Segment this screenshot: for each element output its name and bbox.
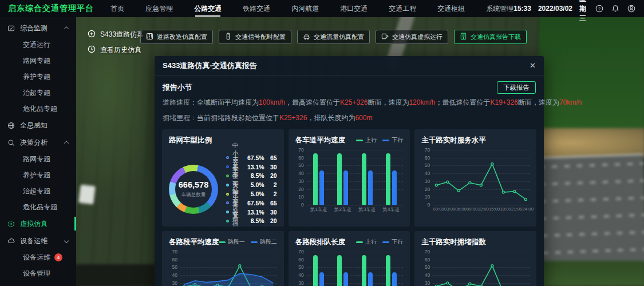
- legend-row[interactable]: 其他8.5%20: [226, 217, 277, 226]
- toolbar-button-1[interactable]: 交通信号配时配置: [219, 30, 291, 44]
- sidebar-item-11[interactable]: 危化品专题: [0, 199, 76, 215]
- nav-item-6[interactable]: 交通工程: [389, 0, 416, 17]
- dashboard-icon: [7, 24, 15, 33]
- legend-label: 路段一: [228, 238, 245, 246]
- sidebar-item-13[interactable]: 设备运维: [0, 232, 76, 249]
- close-icon[interactable]: ✕: [530, 61, 536, 70]
- toolbar-button-0[interactable]: 道路改造仿真配置: [140, 30, 213, 44]
- legend-marker: [251, 241, 258, 243]
- download-report-button[interactable]: 下载报告: [497, 81, 536, 94]
- bar-cluster: [379, 252, 403, 286]
- chart-panel-line: 主干路实时服务水平01020304050607000:0003:0006:000…: [414, 129, 536, 227]
- sidebar-item-4[interactable]: 治超专题: [0, 85, 76, 101]
- legend-label: 路段二: [260, 238, 277, 246]
- sidebar-item-7[interactable]: 决策分析: [0, 134, 76, 151]
- legend-label: 上行: [365, 238, 377, 246]
- nav-item-0[interactable]: 首页: [110, 0, 124, 17]
- sidebar-item-12[interactable]: 虚拟仿真: [0, 215, 76, 232]
- chevron-up-icon: [64, 26, 69, 31]
- map-overlay-button-0[interactable]: S433道路仿真: [88, 30, 144, 39]
- sidebar-item-label: 全息感知: [20, 121, 48, 130]
- sidebar-item-2[interactable]: 路网专题: [0, 53, 76, 69]
- y-axis-tick: 10: [298, 194, 303, 200]
- legend-percent: 5.0%: [244, 181, 264, 188]
- toolbar-button-label: 交通流量仿真配置: [314, 33, 364, 41]
- sidebar-item-1[interactable]: 交通运行: [0, 37, 76, 53]
- virtual-run-icon: [381, 33, 389, 41]
- y-axis-tick: 50: [425, 264, 430, 270]
- bar-chart-plot: 010203040506070: [307, 150, 404, 205]
- sidebar-item-label: 决策分析: [20, 138, 48, 148]
- toolbar-button-2[interactable]: 交通流量仿真配置: [297, 30, 370, 44]
- app-root: 启东综合交通管理平台 首页应急管理公路交通铁路交通内河航道港口交通交通工程交通枢…: [0, 0, 644, 286]
- nav-item-8[interactable]: 系统管理: [486, 0, 513, 17]
- sidebar-item-3[interactable]: 养护专题: [0, 69, 76, 85]
- cloud-icon: [7, 237, 15, 245]
- legend-dot: [226, 220, 229, 223]
- summary-highlight: K19+326: [490, 98, 517, 106]
- nav-item-2[interactable]: 公路交通: [194, 0, 222, 17]
- nav-item-3[interactable]: 铁路交通: [243, 0, 270, 17]
- bar-cluster: [379, 150, 403, 205]
- sidebar-item-label: 危化品专题: [23, 202, 57, 212]
- map-view[interactable]: S433道路仿真查看历史仿真 道路改造仿真配置交通信号配时配置交通流量仿真配置交…: [76, 17, 644, 286]
- chart-panel-bar: 各路段排队长度上行下行010203040506070: [289, 231, 410, 286]
- y-axis-tick: 40: [298, 272, 303, 278]
- y-axis-tick: 70: [425, 147, 430, 153]
- bar-上行: [313, 255, 318, 286]
- sidebar-item-9[interactable]: 养护专题: [0, 167, 76, 183]
- y-axis-tick: 40: [425, 272, 430, 278]
- map-overlay-button-1[interactable]: 查看历史仿真: [88, 45, 144, 55]
- search-icon: [7, 138, 15, 147]
- legend-item[interactable]: 下行: [382, 136, 403, 144]
- sidebar-item-8[interactable]: 路网专题: [0, 151, 76, 167]
- legend-item[interactable]: 路段一: [219, 238, 245, 246]
- toolbar-button-4[interactable]: 交通仿真报告下载: [454, 30, 527, 44]
- y-axis-tick: 30: [425, 280, 430, 286]
- sidebar-item-10[interactable]: 治超专题: [0, 183, 76, 199]
- data-point: [491, 163, 493, 165]
- nav-item-5[interactable]: 港口交通: [340, 0, 368, 17]
- bar-上行: [362, 255, 366, 286]
- history-icon: [88, 45, 96, 55]
- sidebar-item-14[interactable]: 设备运维4: [0, 249, 76, 265]
- nav-item-7[interactable]: 交通枢纽: [437, 0, 465, 17]
- nav-item-4[interactable]: 内河航道: [291, 0, 319, 17]
- data-point: [447, 181, 449, 183]
- legend-item[interactable]: 上行: [356, 238, 377, 246]
- x-axis-label: 第2车道: [331, 206, 355, 213]
- sidebar-item-15[interactable]: 设备管理: [0, 265, 76, 281]
- bell-icon[interactable]: [611, 4, 620, 14]
- toolbar-button-3[interactable]: 交通仿真虚拟运行: [376, 30, 448, 44]
- bar-cluster: [307, 252, 331, 286]
- x-axis-label: 第1车道: [307, 206, 331, 213]
- charts-grid: 路网车型比例666,578车辆总数量中小客车67.5%65大客车13.1%30小…: [155, 126, 544, 286]
- road-config-icon: [146, 33, 153, 41]
- chart-panel-line: 主干路实时拥堵指数010203040506070: [414, 231, 536, 286]
- sidebar-item-6[interactable]: 全息感知: [0, 117, 76, 134]
- clock-weekday: 星期三: [579, 0, 588, 23]
- data-point: [469, 182, 471, 184]
- donut-center: 666,578车辆总数量: [175, 171, 212, 208]
- summary-text: ；最低速位置位于: [435, 98, 490, 106]
- summary-highlight: 120km/h: [409, 98, 435, 106]
- user-icon[interactable]: [627, 4, 636, 14]
- toolbar-button-label: 交通仿真报告下载: [471, 33, 521, 41]
- legend-item[interactable]: 路段二: [251, 238, 277, 246]
- sidebar-item-5[interactable]: 危化品专题: [0, 101, 76, 117]
- bar-series: [307, 252, 404, 286]
- legend-item[interactable]: 下行: [382, 238, 403, 246]
- nav-item-1[interactable]: 应急管理: [145, 0, 173, 17]
- sidebar-item-0[interactable]: 综合监测: [0, 19, 76, 37]
- x-axis-labels: 00:0003:0006:0009:0012:0015:0018:0021:00…: [433, 206, 530, 212]
- vehicle-total-label: 车辆总数量: [181, 192, 206, 198]
- legend-item[interactable]: 上行: [356, 136, 377, 144]
- clock-date: 2022/03/02: [538, 5, 572, 13]
- y-axis-tick: 70: [298, 249, 303, 255]
- y-axis-tick: 40: [172, 272, 177, 278]
- legend-value: 65: [264, 200, 277, 206]
- help-icon[interactable]: ?: [595, 4, 604, 14]
- map-vehicle: [78, 185, 96, 205]
- legend-marker: [356, 140, 363, 141]
- bar-cluster: [355, 252, 379, 286]
